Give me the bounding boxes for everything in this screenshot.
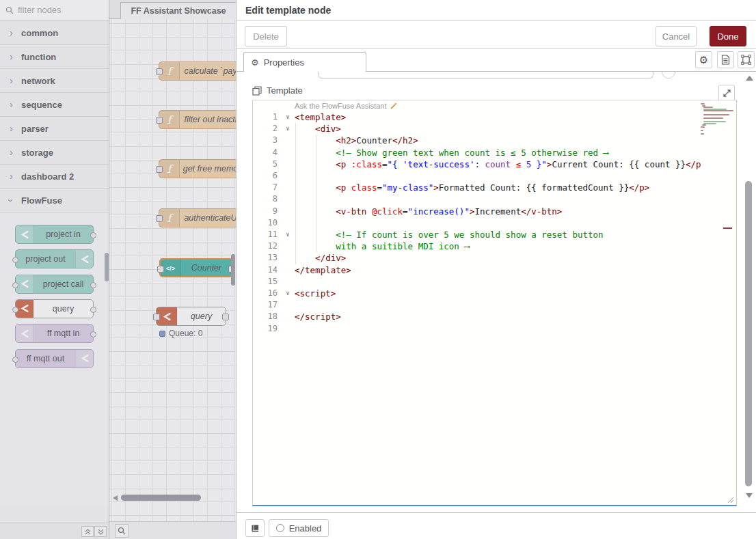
node-label: query	[177, 312, 226, 321]
expand-all-button[interactable]	[94, 526, 107, 537]
tray-scroll-down-arrow[interactable]	[746, 493, 753, 498]
tray-header: Edit template node	[237, 0, 756, 20]
gear-icon: ⚙	[699, 54, 708, 66]
palette-node-ff-mqtt-out[interactable]: ff mqtt out	[15, 349, 94, 368]
chevron-right-icon: ›	[10, 171, 13, 181]
node-description-button[interactable]	[717, 51, 734, 68]
node-settings-button[interactable]: ⚙	[695, 51, 712, 68]
node-label: filter out inacti	[180, 115, 236, 124]
code-line-15[interactable]: 15	[253, 276, 736, 288]
workspace-tab[interactable]: FF Assistant Showcase	[120, 2, 236, 19]
editor-minimap[interactable]	[701, 102, 735, 498]
collapse-all-button[interactable]	[81, 526, 94, 537]
palette-scrollbar[interactable]	[105, 253, 109, 281]
flow-node-query[interactable]: query	[156, 307, 226, 326]
canvas-vertical-scrollbar[interactable]	[231, 254, 235, 286]
chevron-right-icon: ›	[10, 99, 13, 109]
palette-flowfuse-section: project inproject outproject callqueryff…	[0, 212, 109, 506]
code-line-7[interactable]: 7<p class="my-class">Formatted Count: {{…	[253, 182, 736, 193]
fold-chevron-icon[interactable]: ∨	[283, 229, 293, 240]
scroll-left-arrow-icon[interactable]	[113, 495, 118, 501]
editor-resize-handle[interactable]	[726, 495, 734, 503]
focus-zoom-button[interactable]	[115, 524, 129, 538]
code-line-14[interactable]: 14</template>	[253, 264, 736, 276]
scrolled-input-remnant	[318, 72, 653, 79]
node-appearance-button[interactable]	[738, 51, 755, 68]
assistant-hint[interactable]: Ask the FlowFuse Assistant	[295, 102, 398, 110]
palette-node-ff-mqtt-in[interactable]: ff mqtt in	[15, 324, 94, 343]
code-line-2[interactable]: 2∨<div>	[253, 123, 736, 135]
code-line-9[interactable]: 9<v-btn @click="increase()">Increment</v…	[253, 206, 736, 217]
palette-node-label: ff mqtt in	[33, 329, 93, 338]
node-port[interactable]	[157, 266, 164, 273]
code-content: <v-btn @click="increase()">Increment</v-…	[295, 206, 701, 217]
palette-category-storage[interactable]: ›storage	[0, 141, 109, 165]
expand-editor-button[interactable]	[718, 85, 735, 101]
node-port[interactable]	[156, 166, 163, 173]
tab-properties[interactable]: ⚙ Properties	[243, 52, 366, 72]
node-port[interactable]	[156, 68, 163, 75]
flow-node-counter[interactable]: </>Counter	[159, 258, 233, 277]
code-line-6[interactable]: 6	[253, 170, 736, 182]
node-port[interactable]	[153, 314, 160, 320]
palette-node-project-in[interactable]: project in	[15, 225, 94, 244]
tray-scrollbar[interactable]	[745, 181, 752, 486]
code-line-3[interactable]: 3<h2>Counter</h2>	[253, 135, 736, 146]
code-line-19[interactable]: 19	[253, 323, 736, 335]
delete-button[interactable]: Delete	[245, 26, 287, 46]
node-port[interactable]	[156, 117, 163, 124]
palette-node-project-out[interactable]: project out	[15, 249, 94, 268]
palette-category-dashboard-2[interactable]: ›dashboard 2	[0, 165, 109, 189]
node-port[interactable]	[156, 215, 163, 222]
fold-chevron-icon[interactable]: ∨	[283, 111, 293, 123]
done-button[interactable]: Done	[710, 26, 746, 46]
code-content: <h2>Counter</h2>	[295, 135, 701, 146]
code-line-10[interactable]: 10	[253, 217, 736, 229]
canvas-horizontal-scrollbar[interactable]	[121, 495, 201, 501]
indent-guide	[295, 229, 296, 240]
palette-node-query[interactable]: query	[15, 299, 94, 318]
code-line-11[interactable]: 11∨<!— If count is over 5 we should show…	[253, 229, 736, 240]
code-line-18[interactable]: 18</script>	[253, 311, 736, 322]
library-button[interactable]	[245, 519, 265, 537]
flow-node-calculate-pay[interactable]: fcalculate `pay	[159, 61, 236, 81]
flow-node-get-free-memo[interactable]: fget free memo	[159, 159, 236, 178]
palette-search[interactable]	[0, 0, 109, 20]
palette-category-sequence[interactable]: ›sequence	[0, 93, 109, 117]
flow-node-authenticateu[interactable]: fauthenticateU	[159, 208, 236, 227]
node-port[interactable]	[222, 314, 229, 320]
code-line-12[interactable]: 12with a suitible MDI icon ⟶	[253, 240, 736, 252]
cancel-button[interactable]: Cancel	[656, 26, 697, 46]
palette-category-function[interactable]: ›function	[0, 45, 109, 69]
palette-category-label: sequence	[21, 100, 62, 110]
palette-category-label: parser	[21, 124, 49, 134]
code-line-17[interactable]: 17	[253, 299, 736, 311]
code-line-8[interactable]: 8	[253, 193, 736, 205]
palette-category-parser[interactable]: ›parser	[0, 117, 109, 141]
palette-category-common[interactable]: ›common	[0, 21, 109, 45]
code-line-4[interactable]: 4<!— Show green text when count is ≤ 5 o…	[253, 147, 736, 158]
palette-category-flowfuse[interactable]: ›FlowFuse	[0, 189, 109, 212]
code-content: <!— Show green text when count is ≤ 5 ot…	[295, 147, 701, 158]
status-square-icon	[159, 331, 165, 337]
code-line-5[interactable]: 5<p :class="{ 'text-success': count ≤ 5 …	[253, 158, 736, 170]
palette-filter-input[interactable]	[18, 5, 100, 15]
fold-chevron-icon[interactable]: ∨	[283, 288, 293, 299]
indent-guide	[316, 206, 316, 217]
template-icon	[252, 86, 262, 96]
fold-chevron-icon[interactable]: ∨	[283, 123, 293, 135]
palette-category-network[interactable]: ›network	[0, 69, 109, 93]
flow-node-filter-out-inacti[interactable]: ffilter out inacti	[159, 110, 236, 129]
code-editor[interactable]: Ask the FlowFuse Assistant 1∨<template>2…	[252, 100, 737, 506]
code-content	[295, 170, 701, 182]
enabled-toggle-button[interactable]: Enabled	[269, 519, 329, 537]
code-line-1[interactable]: 1∨<template>	[253, 111, 736, 123]
scrolled-button-remnant	[662, 72, 675, 79]
palette-node-project-call[interactable]: project call	[15, 275, 94, 294]
line-number: 15	[253, 276, 278, 288]
tray-scroll-up-arrow[interactable]	[746, 76, 753, 81]
line-number: 5	[253, 158, 278, 170]
code-line-13[interactable]: 13</div>	[253, 252, 736, 264]
code-line-16[interactable]: 16∨<script>	[253, 288, 736, 299]
indent-guide	[316, 158, 316, 170]
